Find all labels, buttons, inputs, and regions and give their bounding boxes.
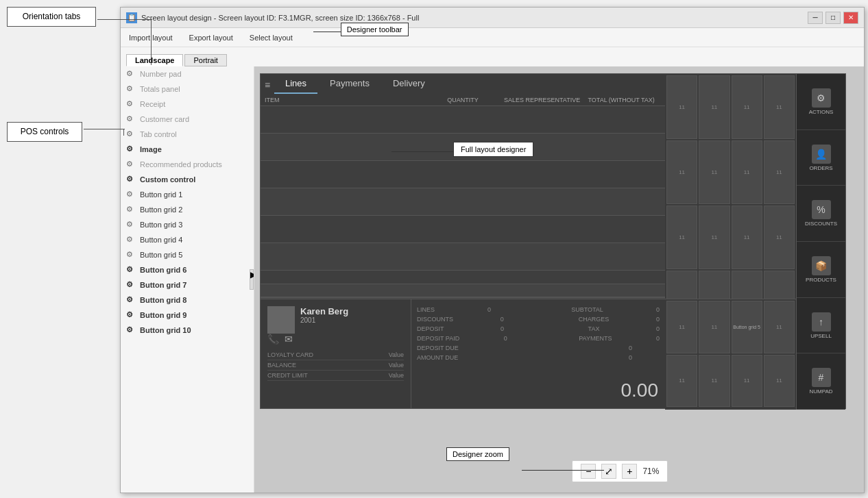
lines-header: ITEM QUANTITY SALES REPRESENTATIVE TOTAL… bbox=[261, 95, 665, 106]
grid-cell: 11 bbox=[764, 355, 795, 408]
window-icon: 📋 bbox=[126, 12, 137, 23]
pos-tab-payments[interactable]: Payments bbox=[319, 74, 381, 94]
panel-item-button-grid-7[interactable]: ⚙ Button grid 7 bbox=[121, 277, 254, 292]
gear-icon-17: ⚙ bbox=[126, 310, 136, 320]
panel-item-button-grid-4[interactable]: ⚙ Button grid 4 bbox=[121, 232, 254, 247]
customer-avatar bbox=[267, 306, 295, 334]
pos-screen: ≡ Lines Payments Delivery ITEM QUANTITY … bbox=[260, 73, 846, 409]
order-summary: LINES 0 SUBTOTAL 0 DISCOUNTS 0 CHARGES 0 bbox=[411, 299, 665, 408]
gear-icon-7: ⚙ bbox=[126, 160, 136, 169]
panel-item-button-grid-10[interactable]: ⚙ Button grid 10 bbox=[121, 323, 254, 338]
zoom-out-button[interactable]: − bbox=[581, 464, 596, 479]
panel-item-button-grid-9[interactable]: ⚙ Button grid 9 bbox=[121, 308, 254, 323]
close-button[interactable]: ✕ bbox=[843, 12, 858, 24]
restore-button[interactable]: □ bbox=[825, 12, 841, 24]
products-icon: 📦 bbox=[812, 256, 831, 275]
pos-controls-annotation: POS controls bbox=[7, 122, 82, 142]
content-area: ⚙ Number pad ⚙ Totals panel ⚙ Receipt ⚙ … bbox=[121, 66, 864, 493]
header-sales-rep: SALES REPRESENTATIVE bbox=[503, 97, 582, 103]
bottom-grid: 11 11 Button grid 5 11 11 11 11 11 bbox=[665, 299, 796, 408]
grid-cell: 11 bbox=[699, 206, 730, 269]
amount-due-row: AMOUNT DUE 0 bbox=[417, 353, 660, 362]
grid-cell: 11 bbox=[732, 140, 762, 204]
portrait-tab[interactable]: Portrait bbox=[184, 54, 226, 66]
grid-cell-button-grid-5: Button grid 5 bbox=[732, 301, 762, 353]
orders-label: ORDERS bbox=[809, 165, 832, 171]
pos-tab-lines[interactable]: Lines bbox=[274, 74, 317, 94]
panel-item-totals-panel[interactable]: ⚙ Totals panel bbox=[121, 82, 254, 97]
discounts-button[interactable]: % DISCOUNTS bbox=[797, 186, 845, 242]
select-layout-menu[interactable]: Select layout bbox=[247, 32, 296, 43]
actions-icon: ⚙ bbox=[812, 88, 831, 108]
grid-cell: 11 bbox=[666, 75, 697, 139]
table-row bbox=[261, 216, 665, 243]
gear-icon-13: ⚙ bbox=[126, 250, 136, 260]
gear-icon: ⚙ bbox=[126, 69, 136, 79]
orders-button[interactable]: 👤 ORDERS bbox=[797, 130, 845, 186]
designer-toolbar-annotation: Designer toolbar bbox=[341, 23, 409, 36]
minimize-button[interactable]: ─ bbox=[808, 12, 823, 24]
grid-cell: 11 bbox=[666, 140, 697, 204]
panel-item-number-pad[interactable]: ⚙ Number pad bbox=[121, 66, 254, 82]
main-window: 📋 Screen layout design - Screen layout I… bbox=[120, 7, 865, 493]
total-amount: 0.00 bbox=[621, 379, 659, 401]
lines-area: ITEM QUANTITY SALES REPRESENTATIVE TOTAL… bbox=[261, 95, 665, 314]
discounts-icon: % bbox=[812, 200, 831, 219]
gear-icon-2: ⚙ bbox=[126, 84, 136, 94]
actions-button[interactable]: ⚙ ACTIONS bbox=[797, 74, 845, 130]
loyalty-card-row: LOYALTY CARD Value bbox=[267, 350, 404, 360]
upsell-button[interactable]: ↑ UPSELL bbox=[797, 298, 845, 354]
grid-cell: 11 bbox=[732, 206, 762, 269]
actions-label: ACTIONS bbox=[809, 109, 834, 115]
zoom-in-button[interactable]: + bbox=[622, 464, 637, 479]
email-icon: ✉ bbox=[285, 334, 293, 345]
products-label: PRODUCTS bbox=[806, 277, 836, 283]
customer-icons: 📞 ✉ bbox=[267, 334, 404, 345]
grid-cell: 11 bbox=[764, 206, 795, 269]
discounts-row-summary: DISCOUNTS 0 CHARGES 0 bbox=[417, 314, 660, 324]
panel-resizer[interactable]: ▶ bbox=[250, 269, 254, 290]
deposit-due-row: DEPOSIT DUE 0 bbox=[417, 343, 660, 353]
panel-item-receipt[interactable]: ⚙ Receipt bbox=[121, 97, 254, 112]
gear-icon-3: ⚙ bbox=[126, 99, 136, 109]
grid-cell: 11 bbox=[666, 301, 697, 353]
panel-item-button-grid-1[interactable]: ⚙ Button grid 1 bbox=[121, 187, 254, 202]
upsell-label: UPSELL bbox=[810, 333, 832, 339]
products-button[interactable]: 📦 PRODUCTS bbox=[797, 242, 845, 298]
customer-id: 2001 bbox=[300, 316, 404, 324]
grid-cell: 11 bbox=[699, 355, 730, 408]
orientation-tabs-annotation: Orientation tabs bbox=[7, 7, 96, 27]
title-bar: 📋 Screen layout design - Screen layout I… bbox=[121, 8, 864, 28]
panel-item-button-grid-6[interactable]: ⚙ Button grid 6 bbox=[121, 262, 254, 277]
panel-item-button-grid-3[interactable]: ⚙ Button grid 3 bbox=[121, 217, 254, 232]
grid-cell: 11 bbox=[764, 75, 795, 139]
numpad-button[interactable]: # NUMPAD bbox=[797, 353, 845, 410]
export-layout-menu[interactable]: Export layout bbox=[186, 32, 236, 43]
panel-item-button-grid-5[interactable]: ⚙ Button grid 5 bbox=[121, 247, 254, 262]
pos-tab-delivery[interactable]: Delivery bbox=[382, 74, 436, 94]
numpad-icon: # bbox=[812, 368, 831, 387]
lines-row-summary: LINES 0 SUBTOTAL 0 bbox=[417, 305, 660, 314]
panel-item-customer-card[interactable]: ⚙ Customer card bbox=[121, 112, 254, 127]
landscape-tab[interactable]: Landscape bbox=[126, 54, 183, 66]
gear-icon-9: ⚙ bbox=[126, 190, 136, 199]
panel-item-button-grid-2[interactable]: ⚙ Button grid 2 bbox=[121, 202, 254, 217]
gear-icon-15: ⚙ bbox=[126, 280, 136, 290]
panel-item-image[interactable]: ⚙ Image bbox=[121, 142, 254, 157]
panel-item-button-grid-8[interactable]: ⚙ Button grid 8 bbox=[121, 292, 254, 308]
panel-item-tab-control[interactable]: ⚙ Tab control bbox=[121, 127, 254, 142]
gear-icon-11: ⚙ bbox=[126, 220, 136, 229]
gear-icon-6: ⚙ bbox=[126, 145, 136, 154]
grid-cell: 11 bbox=[666, 355, 697, 408]
zoom-fit-button[interactable]: ⤢ bbox=[601, 464, 616, 479]
hamburger-icon: ≡ bbox=[265, 79, 270, 90]
panel-item-custom-control[interactable]: ⚙ Custom control bbox=[121, 172, 254, 187]
deposit-row-summary: DEPOSIT 0 TAX 0 bbox=[417, 324, 660, 334]
customer-fields: LOYALTY CARD Value BALANCE Value CREDIT … bbox=[267, 350, 404, 381]
gear-icon-14: ⚙ bbox=[126, 265, 136, 275]
header-total: TOTAL (WITHOUT TAX) bbox=[581, 97, 661, 103]
customer-area: Karen Berg 2001 📞 ✉ LOYALTY CARD Value bbox=[261, 299, 665, 408]
grid-cell: 11 bbox=[764, 140, 795, 204]
grid-cell: 11 bbox=[699, 75, 730, 139]
panel-item-recommended-products[interactable]: ⚙ Recommended products bbox=[121, 157, 254, 172]
